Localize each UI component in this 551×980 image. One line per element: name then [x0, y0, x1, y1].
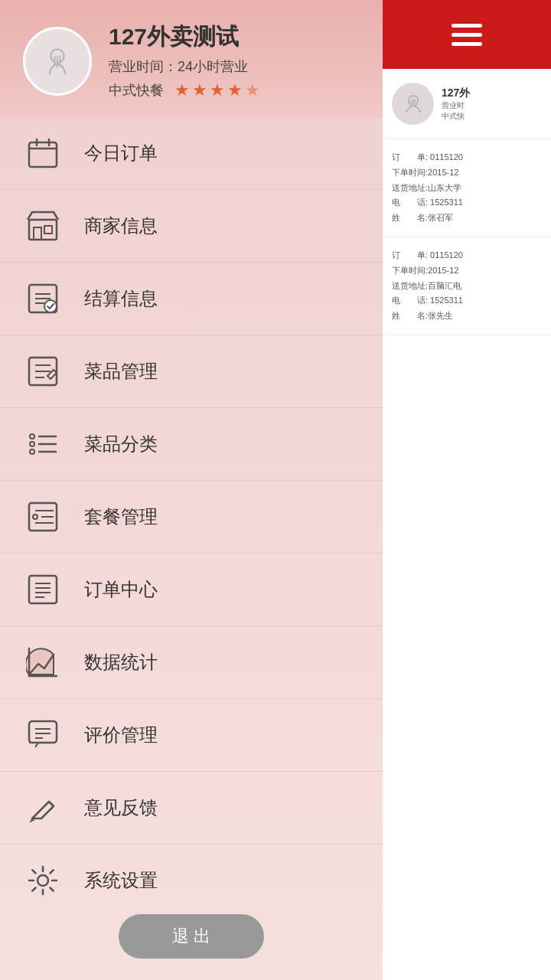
svg-point-20: [30, 442, 34, 446]
right-store-time: 营业时: [442, 100, 470, 111]
store-category: 中式快餐: [109, 81, 164, 100]
today-orders-label: 今日订单: [84, 141, 158, 165]
sidebar-item-settlement[interactable]: 结算信息: [0, 263, 383, 335]
chart-icon: [23, 642, 63, 682]
svg-rect-9: [44, 226, 52, 234]
order-phone-2: 电 话: 1525311: [392, 293, 542, 309]
order-card-1[interactable]: 订 单: 0115120 下单时间:2015-12 送货地址:山东大学 电 话:…: [383, 139, 551, 237]
pencil-icon: [23, 788, 63, 828]
star-rating: ★ ★ ★ ★ ★: [174, 80, 260, 100]
calendar-icon: [23, 133, 63, 173]
data-stats-label: 数据统计: [84, 650, 158, 675]
merchant-info-label: 商家信息: [84, 214, 158, 238]
order-phone-1: 电 话: 1525311: [392, 195, 542, 211]
order-name-1: 姓 名:张召军: [392, 211, 542, 226]
order-time-1: 下单时间:2015-12: [392, 165, 542, 181]
sidebar-item-merchant-info[interactable]: 商家信息: [0, 190, 383, 263]
sidebar: 127外卖测试 营业时间：24小时营业 中式快餐 ★ ★ ★ ★ ★: [0, 0, 383, 980]
right-topbar[interactable]: [383, 0, 551, 69]
set-meal-label: 套餐管理: [84, 505, 158, 529]
order-number-2: 订 单: 0115120: [392, 248, 542, 263]
store-icon: [23, 206, 63, 246]
settlement-icon: [23, 279, 63, 318]
svg-rect-35: [29, 721, 57, 743]
svg-point-1: [410, 98, 416, 104]
store-avatar: [23, 27, 92, 96]
star-2: ★: [192, 80, 207, 100]
order-name-2: 姓 名:张先生: [392, 309, 542, 324]
list-icon: [23, 424, 63, 464]
sidebar-item-order-center[interactable]: 订单中心: [0, 554, 383, 626]
settings-icon: [23, 861, 63, 900]
right-store-name: 127外: [442, 87, 470, 100]
svg-point-26: [33, 514, 37, 519]
sidebar-header: 127外卖测试 营业时间：24小时营业 中式快餐 ★ ★ ★ ★ ★: [0, 0, 383, 117]
store-info: 127外卖测试 营业时间：24小时营业 中式快餐 ★ ★ ★ ★ ★: [109, 21, 360, 100]
order-center-label: 订单中心: [84, 577, 158, 602]
store-meta: 中式快餐 ★ ★ ★ ★ ★: [109, 80, 360, 100]
review-manage-label: 评价管理: [84, 723, 158, 747]
svg-point-19: [30, 434, 34, 439]
sidebar-item-system-settings[interactable]: 系统设置: [0, 844, 383, 900]
right-store-header: 127外 营业时 中式快: [383, 69, 551, 139]
dish-category-label: 菜品分类: [84, 432, 158, 456]
order-card-2[interactable]: 订 单: 0115120 下单时间:2015-12 送货地址:百脑汇电 电 话:…: [383, 237, 551, 335]
store-name: 127外卖测试: [109, 21, 360, 53]
order-number-1: 订 单: 0115120: [392, 150, 542, 165]
sidebar-item-set-meal[interactable]: 套餐管理: [0, 481, 383, 554]
sidebar-item-dish-category[interactable]: 菜品分类: [0, 408, 383, 481]
comment-icon: [23, 715, 63, 755]
dish-manage-label: 菜品管理: [84, 359, 158, 384]
svg-rect-30: [29, 576, 57, 603]
system-settings-label: 系统设置: [84, 868, 158, 893]
svg-point-14: [44, 300, 57, 312]
right-content: 127外 营业时 中式快 订 单: 0115120 下单时间:2015-12 送…: [383, 69, 551, 980]
star-5-half: ★: [245, 80, 260, 100]
svg-rect-3: [29, 142, 57, 167]
svg-point-21: [30, 449, 34, 454]
feedback-label: 意见反馈: [84, 795, 158, 820]
star-3: ★: [210, 80, 225, 100]
edit-list-icon: [23, 351, 63, 391]
order-time-2: 下单时间:2015-12: [392, 263, 542, 279]
store-hours: 营业时间：24小时营业: [109, 57, 360, 76]
sidebar-item-today-orders[interactable]: 今日订单: [0, 117, 383, 190]
settlement-label: 结算信息: [84, 286, 158, 311]
order-address-1: 送货地址:山东大学: [392, 181, 542, 196]
hamburger-icon[interactable]: [452, 24, 482, 46]
star-4: ★: [227, 80, 243, 100]
sidebar-item-data-stats[interactable]: 数据统计: [0, 626, 383, 699]
sidebar-item-feedback[interactable]: 意见反馈: [0, 772, 383, 844]
order-address-2: 送货地址:百脑汇电: [392, 279, 542, 294]
logout-area: 退 出: [0, 900, 383, 980]
right-store-info: 127外 营业时 中式快: [442, 87, 470, 122]
right-store-avatar: [392, 83, 434, 125]
sidebar-item-review-manage[interactable]: 评价管理: [0, 699, 383, 772]
set-meal-icon: [23, 497, 63, 537]
right-store-category: 中式快: [442, 111, 470, 122]
svg-rect-8: [34, 227, 41, 240]
star-1: ★: [174, 80, 190, 100]
order-icon: [23, 570, 63, 609]
svg-point-39: [37, 875, 48, 886]
menu-list: 今日订单 商家信息: [0, 117, 383, 900]
sidebar-item-dish-manage[interactable]: 菜品管理: [0, 335, 383, 408]
logout-button[interactable]: 退 出: [119, 914, 264, 959]
